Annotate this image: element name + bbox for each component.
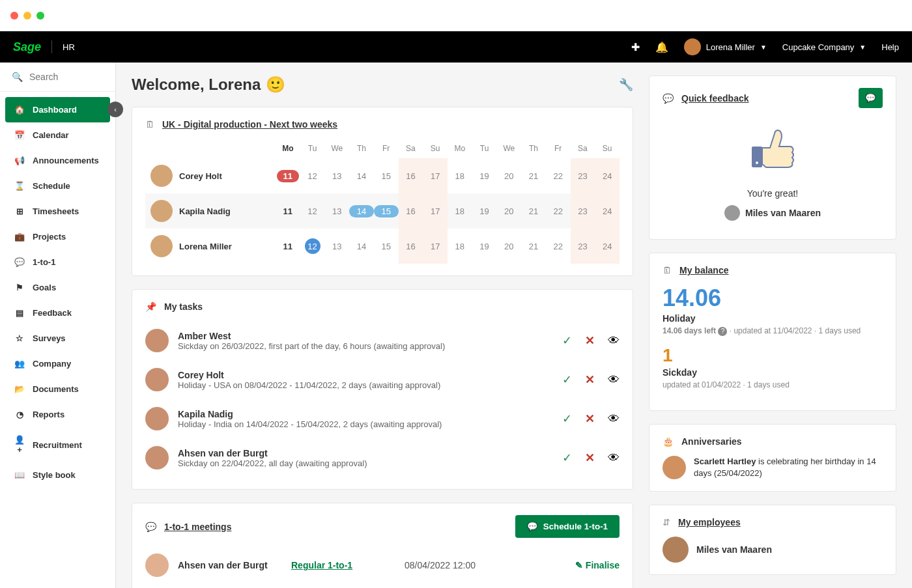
- cal-cell[interactable]: 17: [423, 229, 448, 264]
- cal-cell[interactable]: 24: [595, 229, 620, 264]
- sidebar-item-announcements[interactable]: 📢Announcements: [5, 148, 110, 173]
- sidebar-item-schedule[interactable]: ⌛Schedule: [5, 173, 110, 199]
- finalise-link[interactable]: ✎ Finalise: [575, 560, 620, 570]
- sidebar-item-company[interactable]: 👥Company: [5, 351, 110, 376]
- minimize-window-button[interactable]: [23, 12, 31, 20]
- cal-cell[interactable]: 11: [276, 229, 300, 264]
- cal-cell[interactable]: 15: [374, 158, 399, 193]
- cal-cell[interactable]: 16: [399, 229, 423, 264]
- user-menu[interactable]: Lorena Miller ▼: [684, 38, 767, 55]
- cal-cell[interactable]: 13: [324, 158, 349, 193]
- approve-icon[interactable]: ✓: [562, 333, 572, 348]
- search-input[interactable]: [29, 72, 104, 82]
- sidebar-item-projects[interactable]: 💼Projects: [5, 224, 110, 249]
- cal-cell[interactable]: 21: [521, 229, 546, 264]
- employee-item[interactable]: Miles van Maaren: [663, 537, 883, 563]
- reject-icon[interactable]: ✕: [585, 451, 595, 465]
- cal-cell[interactable]: 19: [472, 229, 497, 264]
- cal-cell[interactable]: 20: [496, 158, 521, 193]
- cal-person[interactable]: Kapila Nadig: [145, 193, 276, 229]
- notifications-icon[interactable]: 🔔: [655, 41, 668, 53]
- calendar-title[interactable]: UK - Digital production - Next two weeks: [162, 119, 337, 130]
- cal-cell[interactable]: 24: [595, 193, 620, 229]
- cal-cell[interactable]: 11: [276, 158, 300, 193]
- cal-cell[interactable]: 21: [521, 158, 546, 193]
- cal-cell[interactable]: 19: [472, 193, 497, 229]
- avatar: [150, 235, 173, 257]
- balance-title[interactable]: My balance: [679, 265, 728, 275]
- settings-icon[interactable]: 🔧: [619, 77, 633, 92]
- cal-cell[interactable]: 13: [324, 229, 349, 264]
- sidebar-item-style-book[interactable]: 📖Style book: [5, 462, 110, 488]
- anniversaries-card: 🎂 Anniversaries Scarlett Hartley is cele…: [649, 424, 896, 492]
- maximize-window-button[interactable]: [36, 12, 44, 20]
- schedule-meeting-button[interactable]: 💬 Schedule 1-to-1: [515, 515, 620, 538]
- cal-person[interactable]: Corey Holt: [145, 158, 276, 193]
- cal-cell[interactable]: 20: [496, 229, 521, 264]
- cal-cell[interactable]: 11: [276, 193, 300, 229]
- search-bar[interactable]: 🔍: [0, 63, 115, 92]
- meetings-title[interactable]: 1-to-1 meetings: [164, 522, 231, 532]
- cal-cell[interactable]: 22: [546, 193, 571, 229]
- sidebar-item-dashboard[interactable]: 🏠Dashboard: [5, 97, 110, 122]
- cal-cell[interactable]: 14: [349, 193, 374, 229]
- reject-icon[interactable]: ✕: [585, 412, 595, 426]
- sidebar-item-surveys[interactable]: ☆Surveys: [5, 326, 110, 351]
- new-feedback-button[interactable]: 💬: [859, 88, 883, 108]
- cal-cell[interactable]: 24: [595, 158, 620, 193]
- cal-cell[interactable]: 18: [448, 158, 472, 193]
- reject-icon[interactable]: ✕: [585, 333, 595, 348]
- view-icon[interactable]: 👁: [608, 334, 620, 348]
- cal-cell[interactable]: 23: [571, 229, 595, 264]
- sidebar-item-goals[interactable]: ⚑Goals: [5, 275, 110, 300]
- reject-icon[interactable]: ✕: [585, 372, 595, 387]
- sidebar-item-documents[interactable]: 📂Documents: [5, 376, 110, 402]
- cal-cell[interactable]: 15: [374, 229, 399, 264]
- cal-cell[interactable]: 19: [472, 158, 497, 193]
- sidebar-item-feedback[interactable]: ▤Feedback: [5, 300, 110, 326]
- cal-cell[interactable]: 22: [546, 229, 571, 264]
- cal-cell[interactable]: 14: [349, 229, 374, 264]
- cal-cell[interactable]: 17: [423, 158, 448, 193]
- sidebar-item-calendar[interactable]: 📅Calendar: [5, 122, 110, 148]
- cal-cell[interactable]: 23: [571, 193, 595, 229]
- cal-cell[interactable]: 12: [300, 193, 325, 229]
- sidebar-item-recruitment[interactable]: 👤+Recruitment: [5, 427, 110, 462]
- collapse-sidebar-button[interactable]: ‹: [107, 102, 123, 117]
- cal-cell[interactable]: 21: [521, 193, 546, 229]
- view-icon[interactable]: 👁: [608, 373, 620, 387]
- sidebar-item-reports[interactable]: ◔Reports: [5, 402, 110, 427]
- sidebar-item-timesheets[interactable]: ⊞Timesheets: [5, 199, 110, 224]
- cal-cell[interactable]: 14: [349, 158, 374, 193]
- cal-cell[interactable]: 17: [423, 193, 448, 229]
- cal-cell[interactable]: 12: [300, 158, 325, 193]
- meeting-type-link[interactable]: Regular 1-to-1: [291, 560, 395, 570]
- help-link[interactable]: Help: [881, 42, 899, 52]
- cal-cell[interactable]: 12: [300, 229, 325, 264]
- approve-icon[interactable]: ✓: [562, 372, 572, 387]
- nav-label: Documents: [33, 384, 79, 394]
- add-icon[interactable]: ✚: [631, 41, 640, 53]
- cal-cell[interactable]: 22: [546, 158, 571, 193]
- company-menu[interactable]: Cupcake Company ▼: [782, 42, 866, 52]
- cal-cell[interactable]: 16: [399, 158, 423, 193]
- cal-cell[interactable]: 16: [399, 193, 423, 229]
- close-window-button[interactable]: [10, 12, 18, 20]
- nav-icon: ⌛: [14, 181, 25, 191]
- view-icon[interactable]: 👁: [608, 412, 620, 426]
- cal-cell[interactable]: 15: [374, 193, 399, 229]
- sidebar-item-1-to-1[interactable]: 💬1-to-1: [5, 249, 110, 275]
- approve-icon[interactable]: ✓: [562, 412, 572, 426]
- cal-cell[interactable]: 20: [496, 193, 521, 229]
- cal-cell[interactable]: 18: [448, 229, 472, 264]
- view-icon[interactable]: 👁: [608, 451, 620, 465]
- cal-cell[interactable]: 13: [324, 193, 349, 229]
- edit-icon: ✎: [575, 560, 583, 570]
- approve-icon[interactable]: ✓: [562, 451, 572, 465]
- logo[interactable]: Sage: [13, 40, 41, 54]
- feedback-title[interactable]: Quick feedback: [681, 93, 749, 104]
- cal-person[interactable]: Lorena Miller: [145, 229, 276, 264]
- employees-title[interactable]: My employees: [678, 517, 741, 527]
- cal-cell[interactable]: 23: [571, 158, 595, 193]
- cal-cell[interactable]: 18: [448, 193, 472, 229]
